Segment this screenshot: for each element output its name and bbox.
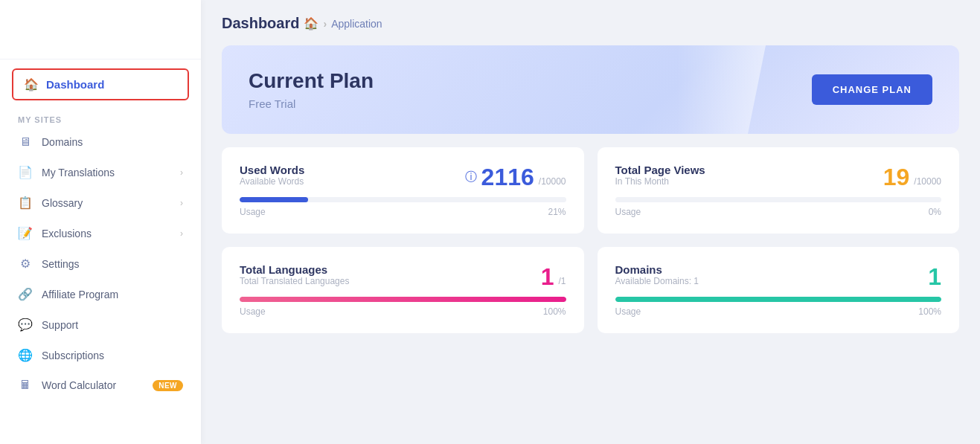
stat-value-area-domains: 1 xyxy=(928,263,941,291)
stat-top-used-words: Used Words Available Words ⓘ 2116 /10000 xyxy=(240,164,566,194)
sidebar-item-word-calculator-label: Word Calculator xyxy=(42,379,144,391)
home-icon: 🏠 xyxy=(24,77,39,91)
subscriptions-icon: 🌐 xyxy=(18,348,33,362)
sidebar-item-glossary-label: Glossary xyxy=(42,197,171,209)
progress-wrap-domains xyxy=(615,297,942,302)
sidebar-item-dashboard[interactable]: 🏠 Dashboard xyxy=(12,68,189,100)
info-icon-used-words[interactable]: ⓘ xyxy=(465,170,477,185)
usage-row-used-words: Usage 21% xyxy=(240,207,566,217)
stat-name-total-page-views: Total Page Views xyxy=(615,164,705,176)
stat-card-used-words: Used Words Available Words ⓘ 2116 /10000… xyxy=(222,147,584,234)
sidebar-item-domains[interactable]: 🖥 Domains xyxy=(0,127,201,157)
progress-wrap-total-languages xyxy=(240,297,566,302)
plan-title: Current Plan xyxy=(249,69,374,93)
stat-name-area-domains: Domains Available Domains: 1 xyxy=(615,263,699,294)
sidebar-logo-area xyxy=(0,0,201,59)
stat-top-domains: Domains Available Domains: 1 1 xyxy=(615,263,942,294)
stat-top-total-page-views: Total Page Views In This Month 19 /10000 xyxy=(615,164,942,194)
stat-name-total-languages: Total Languages xyxy=(240,263,349,276)
progress-bar-total-languages xyxy=(240,297,566,302)
sidebar-item-my-translations-label: My Translations xyxy=(42,167,171,178)
sidebar-item-subscriptions[interactable]: 🌐 Subscriptions xyxy=(0,340,201,370)
sidebar-item-exclusions[interactable]: 📝 Exclusions › xyxy=(0,218,201,248)
plan-info: Current Plan Free Trial xyxy=(249,69,374,110)
stats-grid: Used Words Available Words ⓘ 2116 /10000… xyxy=(222,147,959,333)
stat-value-area-used-words: ⓘ 2116 /10000 xyxy=(465,164,566,191)
stat-sub-total-page-views: In This Month xyxy=(615,176,705,187)
usage-pct-used-words: 21% xyxy=(548,207,566,217)
stat-denom-total-languages: /1 xyxy=(558,276,566,291)
change-plan-button[interactable]: CHANGE PLAN xyxy=(812,74,932,105)
stat-card-total-languages: Total Languages Total Translated Languag… xyxy=(222,247,584,333)
stat-top-total-languages: Total Languages Total Translated Languag… xyxy=(240,263,566,294)
support-icon: 💬 xyxy=(18,318,33,332)
sidebar-item-domains-label: Domains xyxy=(42,136,183,148)
affiliate-icon: 🔗 xyxy=(18,287,33,301)
stat-sub-used-words: Available Words xyxy=(240,176,304,187)
sidebar-item-settings-label: Settings xyxy=(42,258,183,270)
sidebar-section-label: MY SITES xyxy=(0,109,201,127)
main-content: Dashboard 🏠 › Application Current Plan F… xyxy=(201,0,980,444)
breadcrumb: Dashboard 🏠 › Application xyxy=(222,15,959,32)
stat-sub-total-languages: Total Translated Languages xyxy=(240,276,349,286)
word-calculator-badge: New xyxy=(153,380,183,391)
breadcrumb-title: Dashboard xyxy=(222,15,299,32)
home-breadcrumb-icon: 🏠 xyxy=(304,16,318,30)
stat-value-total-page-views: 19 xyxy=(883,164,910,191)
sidebar-item-support-label: Support xyxy=(42,319,183,331)
domains-icon: 🖥 xyxy=(18,135,33,149)
stat-name-used-words: Used Words xyxy=(240,164,304,176)
usage-row-total-languages: Usage 100% xyxy=(240,306,566,317)
glossary-icon: 📋 xyxy=(18,196,33,210)
stat-value-used-words: 2116 xyxy=(481,164,534,191)
progress-wrap-used-words xyxy=(240,197,566,202)
sidebar-item-word-calculator[interactable]: 🖩 Word Calculator New xyxy=(0,370,201,400)
progress-bar-domains xyxy=(615,297,942,302)
sidebar-item-subscriptions-label: Subscriptions xyxy=(42,350,183,361)
sidebar-item-support[interactable]: 💬 Support xyxy=(0,309,201,340)
stat-value-area-total-page-views: 19 /10000 xyxy=(883,164,941,191)
stat-denom-total-page-views: /10000 xyxy=(914,176,941,191)
usage-pct-total-languages: 100% xyxy=(543,306,566,317)
my-translations-chevron: › xyxy=(180,167,183,178)
usage-label-total-languages: Usage xyxy=(240,306,266,317)
stat-value-domains: 1 xyxy=(928,263,941,291)
sidebar-item-affiliate[interactable]: 🔗 Affiliate Program xyxy=(0,279,201,309)
exclusions-icon: 📝 xyxy=(18,226,33,240)
sidebar-item-glossary[interactable]: 📋 Glossary › xyxy=(0,187,201,218)
stat-denom-used-words: /10000 xyxy=(539,176,566,191)
progress-wrap-total-page-views xyxy=(615,197,942,202)
usage-label-domains: Usage xyxy=(615,306,641,317)
sidebar: 🏠 Dashboard MY SITES 🖥 Domains 📄 My Tran… xyxy=(0,0,201,444)
sidebar-items-list: 🖥 Domains 📄 My Translations › 📋 Glossary… xyxy=(0,127,201,400)
stat-card-domains: Domains Available Domains: 1 1 Usage 100… xyxy=(598,247,960,333)
stat-value-total-languages: 1 xyxy=(541,263,554,291)
usage-label-used-words: Usage xyxy=(240,207,266,217)
plan-card: Current Plan Free Trial CHANGE PLAN xyxy=(222,45,959,134)
usage-row-total-page-views: Usage 0% xyxy=(615,207,942,217)
sidebar-item-dashboard-label: Dashboard xyxy=(46,78,104,91)
stat-name-area-used-words: Used Words Available Words xyxy=(240,164,304,194)
breadcrumb-separator: › xyxy=(323,18,327,30)
usage-pct-domains: 100% xyxy=(918,306,941,317)
usage-pct-total-page-views: 0% xyxy=(929,207,941,217)
sidebar-item-exclusions-label: Exclusions xyxy=(42,228,171,239)
sidebar-item-my-translations[interactable]: 📄 My Translations › xyxy=(0,157,201,187)
settings-icon: ⚙ xyxy=(18,257,33,271)
glossary-chevron: › xyxy=(180,198,183,208)
my-translations-icon: 📄 xyxy=(18,165,33,179)
stat-sub-domains: Available Domains: 1 xyxy=(615,276,699,286)
progress-bar-used-words xyxy=(240,197,308,202)
plan-subtitle: Free Trial xyxy=(249,97,374,110)
breadcrumb-sub: Application xyxy=(331,18,382,30)
stat-value-area-total-languages: 1 /1 xyxy=(541,263,566,291)
sidebar-item-settings[interactable]: ⚙ Settings xyxy=(0,248,201,279)
word-calculator-icon: 🖩 xyxy=(18,379,33,392)
sidebar-item-affiliate-label: Affiliate Program xyxy=(42,289,183,300)
exclusions-chevron: › xyxy=(180,228,183,239)
stat-card-total-page-views: Total Page Views In This Month 19 /10000… xyxy=(598,147,960,234)
usage-label-total-page-views: Usage xyxy=(615,207,641,217)
stat-name-area-total-page-views: Total Page Views In This Month xyxy=(615,164,705,194)
stat-name-domains: Domains xyxy=(615,263,699,276)
usage-row-domains: Usage 100% xyxy=(615,306,942,317)
